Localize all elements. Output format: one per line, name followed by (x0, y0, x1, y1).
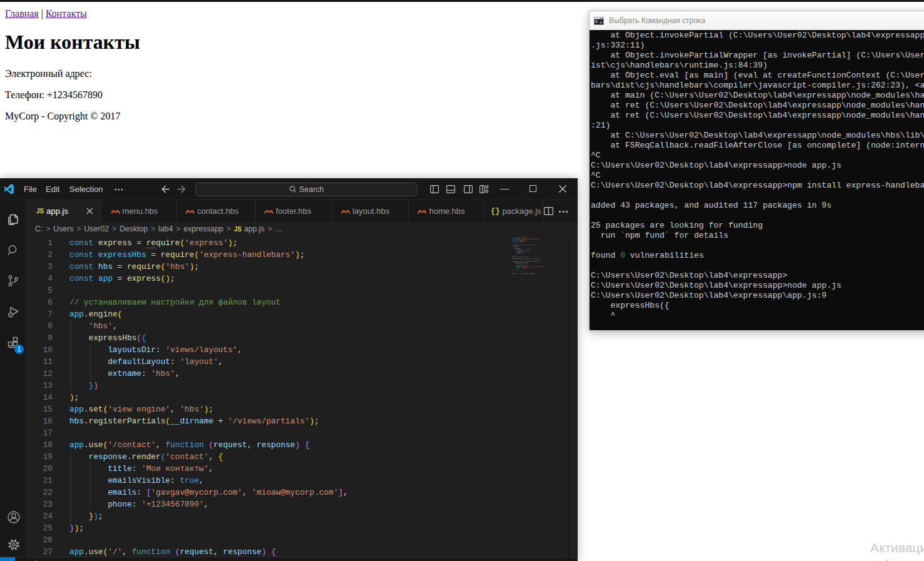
svg-text:C:\: C:\ (595, 19, 603, 24)
